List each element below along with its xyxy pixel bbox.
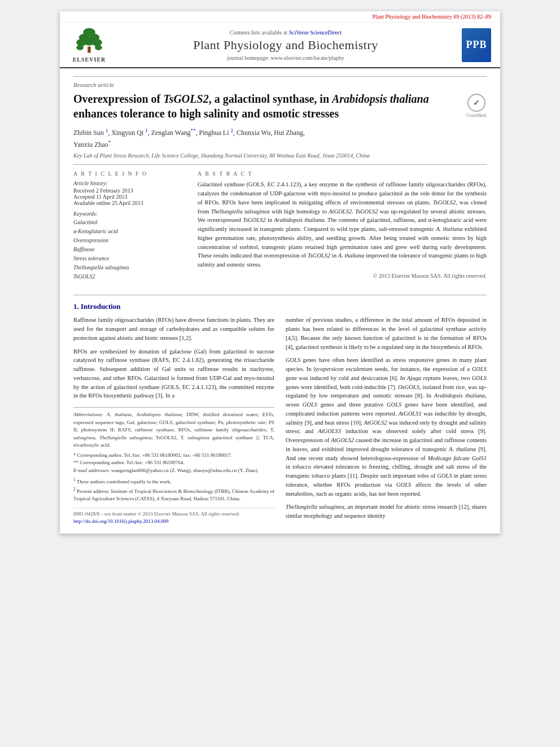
authors-list: Zhibin Sun 1, Xingyun Qi 1, Zenglan Wang… xyxy=(73,126,487,150)
article-type-label: Research article xyxy=(73,76,487,88)
keywords-list: Galactinol α-Ketoglutaric acid Overexpre… xyxy=(73,218,186,281)
abbreviations-note: Abbreviations: A. thaliana, Arabidopsis … xyxy=(73,411,274,449)
abstract-heading: A B S T R A C T xyxy=(198,171,487,177)
intro-para-2: RFOs are synthesized by donation of gala… xyxy=(73,347,274,401)
intro-two-col: Raffinose family oligosaccharides (RFOs)… xyxy=(73,316,487,525)
author-sup-1: 1 xyxy=(106,128,108,133)
author-sup-2: 1 xyxy=(145,128,148,133)
journal-homepage: journal homepage: www.elsevier.com/locat… xyxy=(117,55,454,61)
intro-right-para-2: GOLS genes have often been identified as… xyxy=(286,356,487,498)
footnote-1: 1 These authors contributed equally to t… xyxy=(73,477,274,486)
elsevier-label: ELSEVIER xyxy=(73,56,106,63)
email-note: E-mail addresses: wangzenglan666@yahoo.c… xyxy=(73,467,274,475)
elsevier-tree-icon xyxy=(72,27,106,55)
abstract-section: A B S T R A C T Galactinol synthase (GOL… xyxy=(198,171,487,286)
author-sup-5: * xyxy=(108,139,111,145)
footnote-2: 2 Present address: Institute of Tropical… xyxy=(73,486,274,503)
article-info-heading: A R T I C L E I N F O xyxy=(73,171,186,177)
corresp-2: ** Corresponding author. Tel./fax: +86 5… xyxy=(73,459,274,467)
article-title-block: Overexpression of TsGOLS2, a galactinol … xyxy=(73,91,487,121)
sciverse-line: Contents lists available at SciVerse Sci… xyxy=(117,29,454,36)
footnotes: Abbreviations: A. thaliana, Arabidopsis … xyxy=(73,407,274,503)
author-sup-4: 2 xyxy=(230,128,233,133)
abstract-text: Galactinol synthase (GOLS, EC 2.4.1.123)… xyxy=(198,180,487,269)
intro-right-para-1: number of previous studies, a difference… xyxy=(286,316,487,351)
gene-name-italic: TsGOLS2 xyxy=(163,93,208,105)
intro-right-para-3: Thellungiella salsuginea, an important m… xyxy=(286,503,487,521)
available-date: Available online 25 April 2013 xyxy=(73,200,186,206)
author-sup-3: ** xyxy=(190,128,195,133)
intro-para-1: Raffinose family oligosaccharides (RFOs)… xyxy=(73,316,274,342)
page-footer: 0981-9428/$ – see front matter © 2013 El… xyxy=(73,508,274,526)
received-date: Received 2 February 2013 xyxy=(73,187,186,194)
crossmark-icon xyxy=(467,94,485,112)
history-label: Article history: xyxy=(73,180,186,186)
svg-point-7 xyxy=(76,45,84,50)
page: Plant Physiology and Biochemistry 69 (20… xyxy=(60,11,500,534)
accepted-date: Accepted 11 April 2013 xyxy=(73,194,186,200)
sciverse-link: SciVerse ScienceDirect xyxy=(289,29,342,36)
introduction-section: 1. Introduction Raffinose family oligosa… xyxy=(73,295,487,525)
journal-title: Plant Physiology and Biochemistry xyxy=(117,38,454,53)
article-title: Overexpression of TsGOLS2, a galactinol … xyxy=(73,91,461,121)
intro-left-col: Raffinose family oligosaccharides (RFOs)… xyxy=(73,316,274,525)
intro-heading: 1. Introduction xyxy=(73,302,487,311)
intro-right-col: number of previous studies, a difference… xyxy=(286,316,487,525)
journal-citation-bar: Plant Physiology and Biochemistry 69 (20… xyxy=(60,11,500,23)
journal-center-info: Contents lists available at SciVerse Sci… xyxy=(117,27,454,63)
svg-point-8 xyxy=(95,45,102,50)
article-content: Research article Overexpression of TsGOL… xyxy=(60,68,500,534)
sciverse-text: Contents lists available at xyxy=(230,29,287,36)
journal-citation: Plant Physiology and Biochemistry 69 (20… xyxy=(372,14,491,20)
doi-line: http://dx.doi.org/10.1016/j.plaphy.2013.… xyxy=(73,518,274,526)
crossmark-badge[interactable]: CrossMark xyxy=(466,94,487,118)
ppb-box: PPB xyxy=(462,28,491,62)
keywords-section: Keywords: Galactinol α-Ketoglutaric acid… xyxy=(73,211,186,281)
elsevier-logo: ELSEVIER xyxy=(67,27,112,63)
affiliation: Key Lab of Plant Stress Research, Life S… xyxy=(73,152,487,165)
svg-rect-6 xyxy=(88,47,90,53)
ppb-label: PPB xyxy=(466,39,487,51)
article-info-panel: A R T I C L E I N F O Article history: R… xyxy=(73,171,186,286)
crossmark-label: CrossMark xyxy=(466,113,487,118)
ppb-logo: PPB xyxy=(460,27,493,63)
doi-link[interactable]: http://dx.doi.org/10.1016/j.plaphy.2013.… xyxy=(73,518,169,524)
species-keyword: Thellungiella salsuginea xyxy=(73,264,129,270)
keywords-label: Keywords: xyxy=(73,211,186,217)
copyright-notice: © 2013 Elsevier Masson SAS. All rights r… xyxy=(198,273,487,279)
homepage-text: journal homepage: www.elsevier.com/locat… xyxy=(227,55,344,61)
journal-header: ELSEVIER Contents lists available at Sci… xyxy=(60,23,500,68)
article-history: Article history: Received 2 February 201… xyxy=(73,180,186,206)
corresp-1: * Corresponding author. Tel./fax: +86 53… xyxy=(73,452,274,460)
info-abstract-cols: A R T I C L E I N F O Article history: R… xyxy=(73,171,487,286)
species-italic: Arabidopsis thaliana xyxy=(332,93,429,105)
svg-point-5 xyxy=(92,39,102,46)
issn-line: 0981-9428/$ – see front matter © 2013 El… xyxy=(73,510,274,518)
